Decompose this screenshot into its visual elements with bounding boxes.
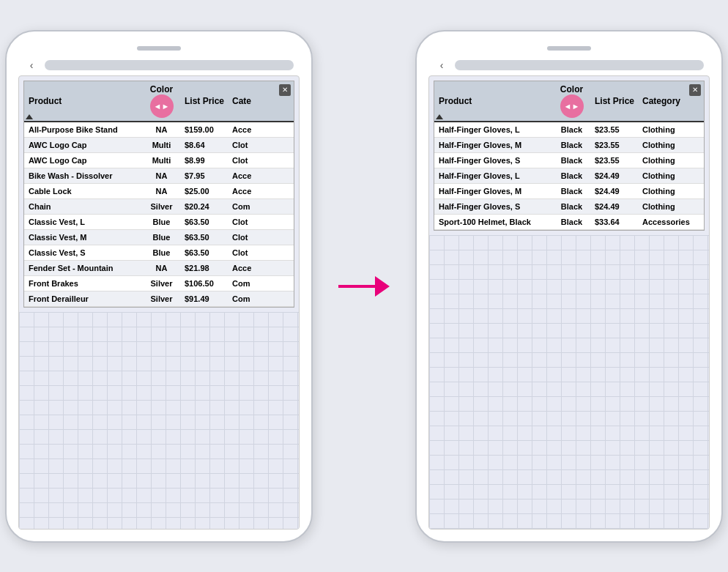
left-cell-price: $20.24 (182, 199, 229, 214)
left-table-row: Classic Vest, L Blue $63.50 Clot (24, 215, 294, 230)
left-cell-category: Clot (229, 215, 294, 229)
left-cell-category: Clot (229, 153, 294, 168)
left-cell-category: Acce (229, 184, 294, 198)
left-cell-price: $91.49 (182, 291, 229, 306)
left-cell-category: Com (229, 291, 294, 306)
right-resize-handle[interactable]: ◄► (560, 94, 584, 118)
left-table-header: Product Color ◄► List Price Cate ✕ (24, 81, 294, 122)
left-cell-category: Clot (229, 245, 294, 260)
right-cell-category: Clothing (639, 168, 704, 183)
left-table-row: Front Brakes Silver $106.50 Com (24, 276, 294, 291)
left-cell-category: Com (229, 199, 294, 214)
right-cell-category: Clothing (639, 184, 704, 198)
right-header-product: Product (434, 93, 551, 109)
left-cell-price: $63.50 (182, 230, 229, 245)
right-cell-price: $24.49 (592, 184, 639, 198)
left-cell-color: NA (141, 184, 182, 198)
left-cell-price: $159.00 (182, 122, 229, 137)
right-cell-price: $33.64 (592, 215, 639, 229)
left-cell-color: Multi (141, 138, 182, 152)
left-cell-category: Acce (229, 261, 294, 275)
left-cell-color: Silver (141, 276, 182, 291)
right-sort-icon (436, 114, 443, 119)
right-status-bar: ‹ (428, 58, 710, 73)
right-table-row: Half-Finger Gloves, S Black $24.49 Cloth… (434, 199, 704, 215)
right-table-container: Product Color ◄► List Price Category ✕ H… (434, 81, 705, 231)
right-cell-color: Black (551, 184, 592, 198)
right-cell-color: Black (551, 153, 592, 168)
left-cell-product: Cable Lock (24, 184, 141, 198)
left-close-button[interactable]: ✕ (279, 84, 291, 96)
left-cell-product: Classic Vest, S (24, 245, 141, 260)
left-cell-product: Chain (24, 199, 141, 214)
left-cell-product: Classic Vest, M (24, 230, 141, 245)
right-table-row: Half-Finger Gloves, L Black $23.55 Cloth… (434, 122, 704, 138)
left-cell-price: $106.50 (182, 276, 229, 291)
left-phone-content: Product Color ◄► List Price Cate ✕ All-P… (18, 75, 300, 530)
right-cell-color: Black (551, 168, 592, 183)
right-cell-product: Half-Finger Gloves, L (434, 122, 551, 137)
left-cell-product: AWC Logo Cap (24, 153, 141, 168)
left-cell-price: $8.64 (182, 138, 229, 152)
right-cell-category: Clothing (639, 199, 704, 214)
left-cell-price: $21.98 (182, 261, 229, 275)
left-table-row: All-Purpose Bike Stand NA $159.00 Acce (24, 122, 294, 138)
right-cell-category: Clothing (639, 153, 704, 168)
direction-arrow (338, 275, 390, 297)
left-resize-handle[interactable]: ◄► (150, 94, 174, 118)
right-cell-price: $23.55 (592, 153, 639, 168)
left-back-button[interactable]: ‹ (24, 58, 39, 73)
right-cell-color: Black (551, 199, 592, 214)
right-cell-category: Accessories (639, 215, 704, 229)
right-grid-bg (429, 235, 709, 529)
right-cell-category: Clothing (639, 138, 704, 152)
right-cell-product: Half-Finger Gloves, M (434, 138, 551, 152)
right-cell-price: $23.55 (592, 138, 639, 152)
right-cell-product: Half-Finger Gloves, S (434, 199, 551, 214)
right-color-label: Color (560, 84, 583, 94)
left-table-row: Bike Wash - Dissolver NA $7.95 Acce (24, 168, 294, 184)
right-cell-color: Black (551, 138, 592, 152)
left-cell-price: $7.95 (182, 168, 229, 183)
right-close-button[interactable]: ✕ (689, 84, 701, 96)
left-cell-product: Classic Vest, L (24, 215, 141, 229)
left-table-row: Chain Silver $20.24 Com (24, 199, 294, 215)
right-cell-price: $24.49 (592, 199, 639, 214)
left-phone: ‹ Product Color ◄► List Price Cate ✕ Al (5, 30, 313, 543)
right-back-button[interactable]: ‹ (434, 58, 449, 73)
right-cell-product: Half-Finger Gloves, M (434, 184, 551, 198)
left-speaker (137, 46, 181, 51)
right-phone: ‹ Product Color ◄► List Price Category ✕… (415, 30, 723, 543)
left-color-label: Color (150, 84, 173, 94)
left-cell-price: $8.99 (182, 153, 229, 168)
left-table-row: AWC Logo Cap Multi $8.64 Clot (24, 138, 294, 153)
right-cell-price: $24.49 (592, 168, 639, 183)
right-cell-product: Half-Finger Gloves, L (434, 168, 551, 183)
left-cell-color: Silver (141, 291, 182, 306)
right-table-row: Half-Finger Gloves, S Black $23.55 Cloth… (434, 153, 704, 168)
left-cell-price: $63.50 (182, 245, 229, 260)
left-cell-category: Acce (229, 122, 294, 137)
left-cell-color: NA (141, 261, 182, 275)
left-grid-bg (19, 312, 299, 529)
right-header-color: Color ◄► (551, 81, 592, 121)
left-cell-product: Front Derailleur (24, 291, 141, 306)
right-cell-color: Black (551, 215, 592, 229)
right-cell-price: $23.55 (592, 122, 639, 137)
right-table-header: Product Color ◄► List Price Category ✕ (434, 81, 704, 122)
left-cell-color: Multi (141, 153, 182, 168)
arrow-line (338, 285, 376, 288)
left-cell-product: AWC Logo Cap (24, 138, 141, 152)
arrow-container (335, 275, 393, 297)
right-header-price: List Price (592, 93, 639, 109)
left-cell-color: NA (141, 122, 182, 137)
right-cell-category: Clothing (639, 122, 704, 137)
left-table-row: Fender Set - Mountain NA $21.98 Acce (24, 261, 294, 276)
left-table-container: Product Color ◄► List Price Cate ✕ All-P… (23, 81, 294, 308)
left-cell-product: Fender Set - Mountain (24, 261, 141, 275)
right-table-row: Sport-100 Helmet, Black Black $33.64 Acc… (434, 215, 704, 230)
scene: ‹ Product Color ◄► List Price Cate ✕ Al (5, 30, 723, 543)
right-table-row: Half-Finger Gloves, M Black $23.55 Cloth… (434, 138, 704, 153)
left-cell-product: Front Brakes (24, 276, 141, 291)
left-table-row: Cable Lock NA $25.00 Acce (24, 184, 294, 199)
